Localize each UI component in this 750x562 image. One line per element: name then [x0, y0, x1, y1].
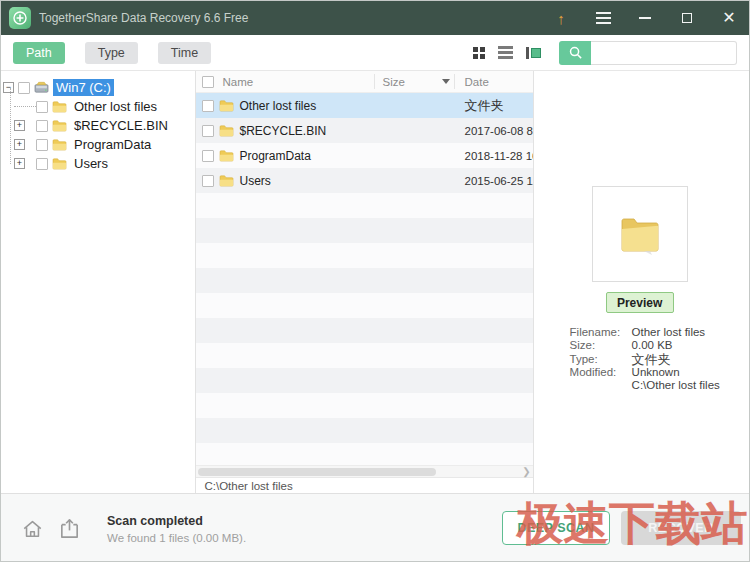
- big-folder-icon: [614, 209, 666, 259]
- tree-item-recycle-bin[interactable]: + $RECYCLE.BIN: [1, 116, 195, 135]
- status-bar: Scan completed We found 1 files (0.00 MB…: [1, 493, 749, 562]
- main-content: − Win7 (C:) Other lost files +: [1, 71, 749, 493]
- select-all-checkbox[interactable]: [202, 76, 214, 88]
- collapse-icon[interactable]: −: [3, 82, 14, 93]
- detail-value: Unknown: [632, 366, 720, 379]
- scan-status-title: Scan completed: [107, 514, 246, 528]
- folder-icon: [219, 124, 234, 137]
- detail-value: 文件夹: [632, 353, 720, 366]
- grid-view-icon[interactable]: [473, 47, 485, 59]
- table-row[interactable]: $RECYCLE.BIN 2017-06-08 8:10:2: [196, 118, 532, 143]
- folder-icon: [219, 149, 234, 162]
- column-date[interactable]: Date: [464, 76, 488, 88]
- scan-status-detail: We found 1 files (0.00 MB).: [107, 532, 246, 544]
- app-logo-icon: [9, 7, 31, 29]
- deep-scan-button[interactable]: DEEP SCAN: [502, 511, 610, 545]
- drive-icon: [34, 81, 49, 94]
- detail-label: Modified:: [570, 366, 632, 379]
- file-name: Users: [239, 174, 270, 188]
- folder-icon: [52, 119, 67, 132]
- upgrade-arrow-icon[interactable]: ↑: [553, 10, 569, 26]
- current-path-bar: C:\Other lost files: [196, 477, 532, 493]
- checkbox[interactable]: [36, 139, 48, 151]
- home-icon[interactable]: [21, 518, 44, 540]
- file-list: Name Size Date Other lost files 文件夹: [196, 71, 532, 493]
- detail-label: Size:: [570, 339, 632, 352]
- preview-layout-icon[interactable]: [526, 47, 541, 59]
- tree-item-programdata[interactable]: + ProgramData: [1, 135, 195, 154]
- tab-path[interactable]: Path: [13, 42, 65, 64]
- tree-item-drive[interactable]: − Win7 (C:): [1, 78, 195, 97]
- close-button[interactable]: ✕: [721, 10, 737, 26]
- file-details: Filename: Other lost files Size: 0.00 KB…: [570, 326, 720, 392]
- folder-icon: [219, 174, 234, 187]
- tree-item-other-lost-files[interactable]: Other lost files: [1, 97, 195, 116]
- folder-tree: − Win7 (C:) Other lost files +: [1, 71, 196, 493]
- checkbox[interactable]: [36, 158, 48, 170]
- file-name: ProgramData: [239, 149, 310, 163]
- detail-value: C:\Other lost files: [632, 379, 720, 392]
- tab-type[interactable]: Type: [85, 42, 138, 64]
- detail-value: 0.00 KB: [632, 339, 720, 352]
- folder-icon: [52, 157, 67, 170]
- checkbox[interactable]: [202, 150, 214, 162]
- file-date: 文件夹: [464, 97, 503, 115]
- table-row[interactable]: Users 2015-06-25 12:37: [196, 168, 532, 193]
- detail-label: [570, 379, 632, 392]
- checkbox[interactable]: [18, 82, 30, 94]
- tree-item-label[interactable]: ProgramData: [71, 136, 154, 153]
- scroll-right-icon[interactable]: ❯: [522, 466, 530, 478]
- table-row[interactable]: ProgramData 2018-11-28 16:50: [196, 143, 532, 168]
- preview-panel: Preview Filename: Other lost files Size:…: [533, 71, 749, 493]
- app-window: TogetherShare Data Recovery 6.6 Free ↑ ✕…: [0, 0, 750, 562]
- tree-connector: [14, 106, 36, 107]
- table-row[interactable]: Other lost files 文件夹: [196, 93, 532, 118]
- export-icon[interactable]: [58, 517, 81, 540]
- tab-time[interactable]: Time: [158, 42, 211, 64]
- recover-button[interactable]: RECOVER: [621, 511, 741, 545]
- search-box: [559, 41, 737, 65]
- detail-label: Type:: [570, 353, 632, 366]
- search-icon[interactable]: [559, 41, 591, 65]
- file-date: 2017-06-08 8:10:2: [464, 125, 532, 137]
- column-name[interactable]: Name: [222, 76, 372, 88]
- tree-item-label[interactable]: Win7 (C:): [53, 79, 114, 96]
- search-input[interactable]: [591, 41, 737, 65]
- window-title: TogetherShare Data Recovery 6.6 Free: [39, 11, 553, 25]
- minimize-button[interactable]: [637, 10, 653, 26]
- checkbox[interactable]: [202, 125, 214, 137]
- list-header: Name Size Date: [196, 71, 532, 93]
- current-path: C:\Other lost files: [204, 480, 292, 492]
- file-date: 2015-06-25 12:37: [464, 175, 532, 187]
- tree-item-label[interactable]: Other lost files: [71, 98, 160, 115]
- checkbox[interactable]: [202, 175, 214, 187]
- file-date: 2018-11-28 16:50: [464, 150, 532, 162]
- checkbox[interactable]: [202, 100, 214, 112]
- folder-icon: [52, 138, 67, 151]
- tree-item-users[interactable]: + Users: [1, 154, 195, 173]
- detail-label: Filename:: [570, 326, 632, 339]
- sort-caret-icon[interactable]: [442, 79, 450, 84]
- column-size[interactable]: Size: [382, 76, 404, 88]
- checkbox[interactable]: [36, 101, 48, 113]
- title-bar: TogetherShare Data Recovery 6.6 Free ↑ ✕: [1, 1, 749, 35]
- expand-icon[interactable]: +: [14, 120, 25, 131]
- toolbar: Path Type Time: [1, 35, 749, 71]
- list-empty-area: [196, 193, 532, 465]
- menu-icon[interactable]: [595, 10, 611, 26]
- preview-thumbnail: [592, 186, 688, 282]
- horizontal-scrollbar[interactable]: ❯: [196, 465, 532, 477]
- file-name: $RECYCLE.BIN: [239, 124, 326, 138]
- expand-icon[interactable]: +: [14, 158, 25, 169]
- tree-item-label[interactable]: $RECYCLE.BIN: [71, 117, 171, 134]
- expand-icon[interactable]: +: [14, 139, 25, 150]
- checkbox[interactable]: [36, 120, 48, 132]
- list-view-icon[interactable]: [498, 46, 513, 59]
- preview-button[interactable]: Preview: [606, 292, 674, 313]
- scrollbar-thumb[interactable]: [198, 468, 436, 476]
- detail-value: Other lost files: [632, 326, 720, 339]
- tree-item-label[interactable]: Users: [71, 155, 111, 172]
- maximize-button[interactable]: [679, 10, 695, 26]
- file-name: Other lost files: [239, 99, 316, 113]
- folder-icon: [219, 99, 234, 112]
